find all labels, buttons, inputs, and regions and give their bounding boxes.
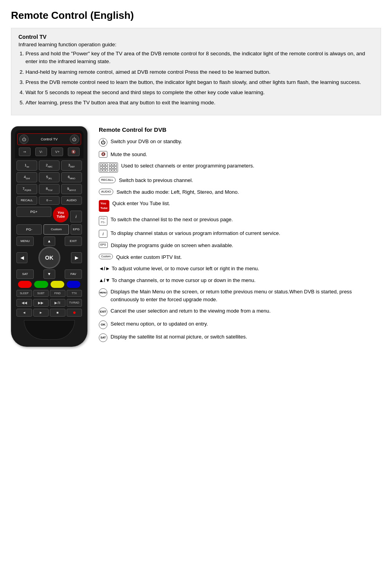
find-btn[interactable]: FIND (50, 290, 65, 297)
fast-forward-btn[interactable]: ▶▶ (33, 299, 49, 307)
mute-btn[interactable]: 🔇 (68, 147, 80, 156)
desc-text-power: Switch your DVB on or standby. (111, 138, 381, 146)
row-power: ⏻ Control TV ⏻ (17, 133, 81, 145)
desc-text-audio: Switch the audio mode: Left, Right, Ster… (116, 188, 381, 196)
row-pg: PG+ YouTube i (15, 207, 83, 222)
num-3-btn[interactable]: 3DEF (61, 160, 82, 171)
pg-minus-btn[interactable]: PG- (16, 224, 42, 235)
play-pause-btn[interactable]: ▶/II (50, 299, 65, 307)
desc-text-epg: Display the programs guide on screen whe… (111, 242, 381, 249)
main-content: ⏻ Control TV ⏻ ⇒ V- V+ 🔇 1oo 2ABC 3DEF 4… (11, 126, 381, 347)
desc-text-ok: Select menu option, or to updated on ent… (111, 320, 381, 328)
num-8-btn[interactable]: 8TUV (39, 184, 60, 194)
desc-item-audio: AUDIO Switch the audio mode: Left, Right… (99, 188, 381, 196)
sat-desc-icon: SAT (99, 333, 107, 342)
menu-btn[interactable]: MENU (16, 237, 34, 246)
power-btn-left[interactable]: ⏻ (19, 135, 29, 144)
play-btn[interactable]: ► (33, 309, 49, 317)
numpad: 1oo 2ABC 3DEF 4GHI 5JKL 6MNO 7PQRS 8TUV … (15, 160, 83, 194)
num-7-btn[interactable]: 7PQRS (16, 184, 37, 194)
desc-item-ud: ▲/▼ To change channels, or to move curso… (99, 277, 381, 284)
step-5: After learning, press the TV button area… (25, 99, 374, 107)
nav-left-btn[interactable]: ◀ (16, 252, 27, 263)
yellow-btn[interactable] (51, 281, 64, 288)
info-box-subtitle: Infrared learning function operation gui… (18, 42, 374, 47)
num-6-btn[interactable]: 6MNO (61, 172, 82, 182)
desc-item-lr: ◄/► To adjust volume level, or to move c… (99, 265, 381, 273)
sleep-btn[interactable]: SLEEP (16, 290, 32, 297)
desc-text-recall: Switch back to previous channel. (119, 177, 381, 184)
description-area: Remote Control for DVB ⏻ Switch your DVB… (99, 126, 381, 346)
ok-btn[interactable]: OK (38, 247, 60, 269)
page-title: Remote Control (English) (11, 9, 381, 22)
custom-btn[interactable]: Custom (44, 224, 69, 235)
source-btn[interactable]: ⇒ (19, 147, 31, 156)
num-5-btn[interactable]: 5JKL (39, 172, 60, 182)
recall-icon: RECALL (99, 177, 116, 183)
channel-nums-icon (99, 162, 118, 173)
nav-area: MENU ▲ EXIT ◀ OK ▶ SAT ▼ FAV (15, 237, 83, 279)
ok-desc-icon: OK (99, 320, 107, 329)
num-9-btn[interactable]: 9WXYZ (61, 184, 82, 194)
vol-down-btn[interactable]: ◄ (16, 309, 32, 317)
num-1-btn[interactable]: 1oo (16, 160, 37, 171)
desc-item-menu: MENU Displays the Main Menu on the scree… (99, 288, 381, 303)
sat-btn[interactable]: SAT (16, 269, 34, 279)
nav-right-btn[interactable]: ▶ (71, 252, 82, 263)
desc-text-channels: Used to select channels or enter program… (121, 162, 381, 170)
step-4: Wait for 5 seconds to repeat the second … (25, 89, 374, 96)
desc-item-mute: 🔇 Mute the sound. (99, 151, 381, 158)
pg-plus-btn[interactable]: PG+ (16, 207, 51, 217)
tv-rad-btn[interactable]: TV/RAD (67, 299, 82, 307)
step-2: Hand-held by learning remote control, ai… (25, 68, 374, 76)
green-btn[interactable] (34, 281, 48, 288)
desc-item-recall: RECALL Switch back to previous channel. (99, 177, 381, 184)
small-function-row: SLEEP SUBT FIND TTX (15, 290, 83, 297)
color-buttons (15, 281, 83, 288)
power-btn-right[interactable]: ⏻ (70, 135, 79, 144)
recall-btn[interactable]: RECALL (16, 196, 37, 205)
info-box: Control TV Infrared learning function op… (11, 28, 381, 115)
nav-top-row: MENU ▲ EXIT (16, 237, 82, 246)
num-0-btn[interactable]: 0 — (39, 196, 60, 205)
ttx-btn[interactable]: TTX (67, 290, 82, 297)
info-i-btn[interactable]: i (70, 211, 82, 222)
exit-btn[interactable]: EXIT (65, 237, 82, 246)
audio-btn[interactable]: AUDIO (61, 196, 82, 205)
step-1: Press and hold the "Power" key of the TV… (25, 50, 374, 66)
nav-down-btn[interactable]: ▼ (44, 269, 55, 279)
info-box-steps: Press and hold the "Power" key of the TV… (18, 50, 374, 107)
v-minus-btn[interactable]: V- (35, 147, 47, 156)
stop-btn[interactable]: ■ (50, 309, 65, 317)
epg-btn[interactable]: EPG (71, 224, 82, 235)
epg-icon: EPG (99, 242, 108, 248)
info-box-title: Control TV (18, 34, 374, 40)
desc-ud-combined: ▲/▼ To change channels, or to move curso… (99, 277, 381, 284)
remote-top-bar: ⏻ Control TV ⏻ ⇒ V- V+ 🔇 (15, 130, 83, 158)
menu-desc-icon: MENU (99, 288, 107, 297)
blue-btn[interactable] (67, 281, 80, 288)
power-icon: ⏻ (99, 138, 107, 147)
audio-icon: AUDIO (99, 189, 113, 195)
desc-text-sat: Display the satellite list at normal pic… (111, 333, 381, 341)
red-btn[interactable] (18, 281, 32, 288)
v-plus-btn[interactable]: V+ (51, 147, 63, 156)
info-icon: i (99, 230, 107, 238)
nav-up-btn[interactable]: ▲ (44, 237, 55, 246)
num-4-btn[interactable]: 4GHI (16, 172, 37, 182)
rewind-btn[interactable]: ◀◀ (16, 299, 32, 307)
nav-middle-row: ◀ OK ▶ (16, 247, 82, 269)
desc-item-sat: SAT Display the satellite list at normal… (99, 333, 381, 342)
rec-btn[interactable]: ⏺ (67, 309, 82, 317)
num-2-btn[interactable]: 2ABC (39, 160, 60, 171)
subt-btn[interactable]: SUBT (33, 290, 49, 297)
remote-illustration: ⏻ Control TV ⏻ ⇒ V- V+ 🔇 1oo 2ABC 3DEF 4… (11, 126, 89, 347)
row-controls: ⇒ V- V+ 🔇 (17, 147, 81, 157)
desc-item-channels: Used to select channels or enter program… (99, 162, 381, 173)
desc-item-custom: Custom Quick enter custom IPTV list. (99, 253, 381, 261)
desc-title: Remote Control for DVB (99, 126, 381, 133)
media-row-2: ◄ ► ■ ⏺ (15, 309, 83, 317)
desc-item-youtube: YouTube Quick enter You Tube list. (99, 200, 381, 212)
youtube-btn[interactable]: YouTube (53, 207, 69, 222)
fav-btn[interactable]: FAV (65, 269, 82, 279)
